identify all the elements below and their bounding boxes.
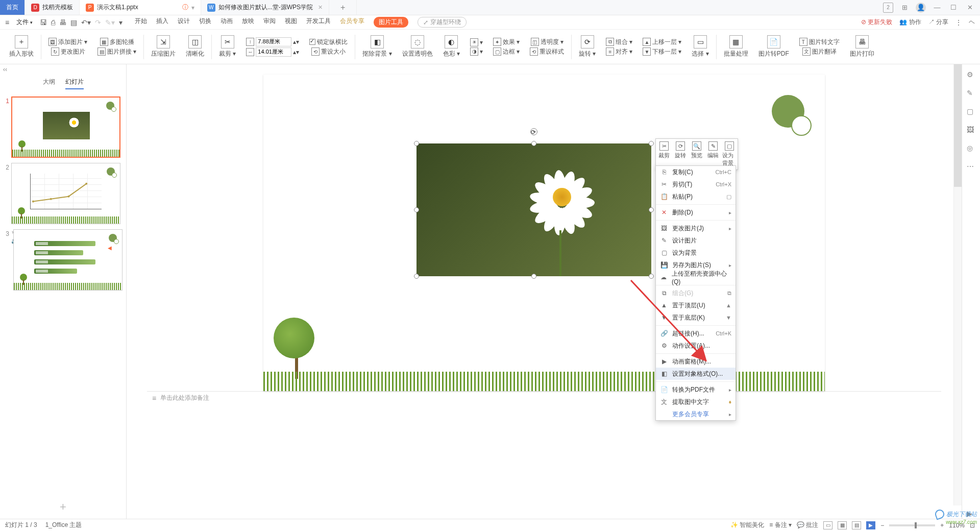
slide-canvas[interactable]: ⟳ ✂裁剪 ⟳旋转 🔍预览 ✎编辑 ▢设为背景 ⎘复制(C)Ctrl+C ✂剪切…	[127, 64, 962, 519]
menu-more-icon[interactable]: ⋮	[955, 19, 962, 26]
tab-templates[interactable]: D 找稻壳模板	[25, 0, 80, 15]
slide-thumb-1[interactable]	[11, 96, 120, 158]
zoom-slider[interactable]	[889, 524, 935, 526]
ctx-cut[interactable]: ✂剪切(T)Ctrl+X	[656, 178, 736, 190]
ctx-more-member[interactable]: 更多会员专享▸	[656, 408, 736, 420]
rotate-handle[interactable]: ⟳	[530, 128, 537, 135]
remove-bg[interactable]: ◧抠除背景 ▾	[358, 35, 396, 58]
ctx-to-bottom[interactable]: ▼置于底层(K)▼	[656, 311, 736, 324]
tab-add[interactable]: +	[329, 0, 357, 15]
add-image[interactable]: 🖼添加图片 ▾	[48, 38, 87, 46]
ctx-anim-pane[interactable]: ▶动画窗格(M)...	[656, 355, 736, 368]
menu-transition[interactable]: 切换	[199, 17, 211, 28]
width-input[interactable]: ↔▴▾	[246, 47, 299, 57]
reset-style[interactable]: ⟲重设样式	[530, 47, 564, 56]
combine[interactable]: ⧉组合 ▾	[606, 38, 632, 46]
ctx-to-top[interactable]: ▲置于顶层(U)▲	[656, 299, 736, 311]
slide-thumb-3[interactable]: ◀	[13, 229, 122, 291]
image-collage[interactable]: ▤图片拼接 ▾	[97, 47, 136, 56]
notes-bar[interactable]: ≡ 单击此处添加备注	[147, 391, 941, 404]
ctx-design-image[interactable]: ✎设计图片	[656, 234, 736, 247]
batch[interactable]: ▦批量处理	[720, 35, 752, 58]
insert-shape-group[interactable]: ＋ 插入形状	[5, 35, 38, 58]
rail-image-icon[interactable]: 🖼	[967, 126, 976, 135]
transparency[interactable]: ◫透明度 ▾	[531, 38, 564, 46]
rail-more-icon[interactable]: ⋯	[967, 162, 976, 172]
text-wrap-indicator[interactable]: 穿越型环绕	[418, 17, 467, 28]
comments-button[interactable]: 💬 批注	[797, 521, 818, 529]
notes-placeholder[interactable]: 单击此处添加备注	[160, 394, 209, 402]
reset-size[interactable]: ⟲重设大小	[311, 47, 346, 56]
format-painter-icon[interactable]: ✎▾	[105, 18, 115, 27]
float-edit[interactable]: ✎编辑	[705, 139, 721, 170]
export-icon[interactable]: ⎙	[51, 18, 55, 27]
close-icon[interactable]: ✕	[965, 3, 975, 13]
hamburger-icon[interactable]: ≡	[5, 18, 9, 27]
grid-icon[interactable]: ⊞	[899, 3, 910, 13]
beautify-button[interactable]: ✨ 智能美化	[730, 521, 764, 529]
menu-start[interactable]: 开始	[135, 17, 147, 28]
window-number-icon[interactable]: 2	[883, 3, 893, 13]
print-image[interactable]: 🖶图片打印	[846, 35, 878, 58]
file-menu[interactable]: 文件 ▾	[13, 16, 36, 28]
zoom-in-icon[interactable]: +	[940, 522, 944, 529]
preview-icon[interactable]: ▤	[70, 18, 77, 27]
color[interactable]: ◐色彩 ▾	[439, 35, 464, 58]
compress-image[interactable]: ⇲压缩图片	[147, 35, 180, 58]
border[interactable]: ▢边框 ▾	[493, 47, 520, 56]
coop-button[interactable]: 👥 协作	[899, 18, 921, 27]
menu-view[interactable]: 视图	[285, 17, 297, 28]
ctx-format-object[interactable]: ◧设置对象格式(O)...	[656, 368, 736, 380]
menu-devtools[interactable]: 开发工具	[306, 17, 331, 28]
change-image[interactable]: ↻更改图片	[51, 47, 85, 56]
rail-template-icon[interactable]: ▢	[967, 107, 976, 116]
float-preview[interactable]: 🔍预览	[689, 139, 705, 170]
float-rotate[interactable]: ⟳旋转	[672, 139, 689, 170]
select[interactable]: ▭选择 ▾	[688, 35, 713, 58]
rail-style-icon[interactable]: ✎	[967, 89, 976, 98]
ctx-change-image[interactable]: 🖼更改图片(J)▸	[656, 222, 736, 234]
height-input[interactable]: ↕▴▾	[246, 37, 299, 46]
qat-dropdown-icon[interactable]: ▾	[119, 18, 122, 27]
menu-review[interactable]: 审阅	[263, 17, 276, 28]
to-pdf[interactable]: 📄图片转PDF	[754, 35, 793, 58]
tab-dropdown-icon[interactable]: ▾	[191, 4, 194, 11]
menu-chevron-icon[interactable]: ヘ	[969, 18, 975, 27]
ctx-action[interactable]: ⚙动作设置(A)...	[656, 340, 736, 352]
ctx-hyperlink[interactable]: 🔗超链接(H)...Ctrl+K	[656, 327, 736, 340]
ctx-upload-dock[interactable]: ☁上传至稻壳资源中心(Q)	[656, 271, 736, 283]
tab-wps-academy[interactable]: W 如何修改图片默认...堂-源WPS学院 ✕	[201, 0, 329, 15]
notes-toggle-icon[interactable]: ≡	[152, 394, 156, 402]
to-text[interactable]: T图片转文字	[799, 38, 840, 46]
ctx-delete[interactable]: ✕删除(D)▸	[656, 206, 736, 219]
float-crop[interactable]: ✂裁剪	[656, 139, 672, 170]
rail-location-icon[interactable]: ◎	[967, 144, 976, 153]
ctx-extract-text[interactable]: 文提取图中文字♦	[656, 396, 736, 408]
view-reading-icon[interactable]: ▤	[852, 521, 861, 529]
effect[interactable]: ✦效果 ▾	[493, 38, 520, 46]
user-icon[interactable]: 👤	[916, 3, 926, 13]
minimize-icon[interactable]: —	[932, 3, 942, 13]
print-icon[interactable]: 🖶	[59, 18, 66, 27]
notes-button[interactable]: ≡ 备注 ▾	[769, 521, 792, 529]
selected-image[interactable]: ⟳	[416, 143, 651, 276]
close-icon[interactable]: ✕	[318, 4, 323, 11]
collapse-panel-icon[interactable]: ‹‹	[0, 64, 126, 75]
ctx-to-pdf[interactable]: 📄转换为PDF文件▸	[656, 383, 736, 396]
contrast[interactable]: ◑▾	[470, 47, 483, 56]
send-backward[interactable]: ▼下移一层 ▾	[643, 47, 681, 56]
menu-animation[interactable]: 动画	[220, 17, 233, 28]
slide-thumb-2[interactable]	[11, 163, 120, 224]
tab-home[interactable]: 首页	[0, 0, 25, 15]
rotate[interactable]: ⟳旋转 ▾	[575, 35, 600, 58]
view-normal-icon[interactable]: ▭	[823, 521, 832, 529]
menu-slideshow[interactable]: 放映	[242, 17, 254, 28]
ctx-set-bg[interactable]: ▢设为背景	[656, 247, 736, 259]
tab-outline[interactable]: 大纲	[43, 78, 55, 89]
rail-settings-icon[interactable]: ⚙	[967, 70, 976, 80]
view-sorter-icon[interactable]: ▦	[838, 521, 847, 529]
translate[interactable]: 文图片翻译	[802, 47, 837, 56]
menu-member[interactable]: 会员专享	[340, 17, 364, 28]
float-set-bg[interactable]: ▢设为背景	[721, 139, 738, 170]
menu-design[interactable]: 设计	[178, 17, 190, 28]
